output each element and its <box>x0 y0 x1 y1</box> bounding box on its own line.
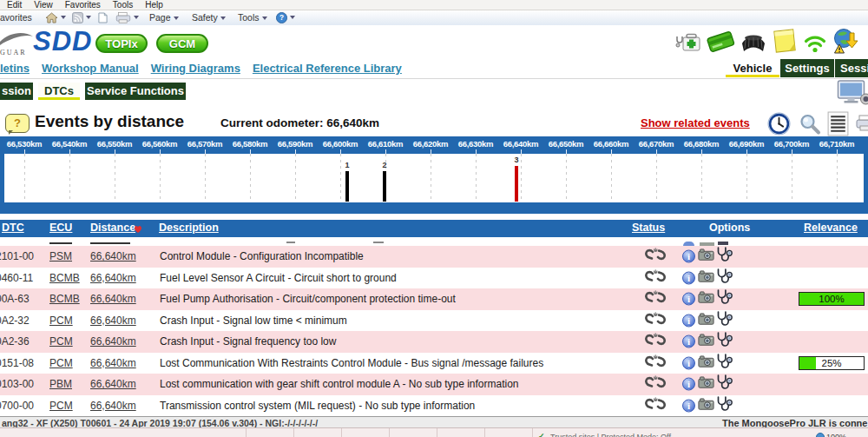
screenshot-monitor-icon[interactable] <box>835 80 868 106</box>
stethoscope-icon[interactable] <box>715 247 733 263</box>
help-icon[interactable] <box>276 11 297 23</box>
menu-favorites[interactable]: Favorites <box>65 0 101 10</box>
stethoscope-icon[interactable] <box>715 289 733 309</box>
broken-link-icon[interactable] <box>644 354 667 368</box>
menu-edit[interactable]: Edit <box>7 0 22 10</box>
broken-link-icon[interactable] <box>644 290 667 304</box>
col-relevance[interactable]: Relevance <box>804 222 858 234</box>
camera-icon[interactable] <box>698 270 714 282</box>
menu-view[interactable]: View <box>34 0 53 10</box>
search-icon[interactable] <box>799 113 821 136</box>
ecu-link[interactable]: BCMB <box>49 293 80 305</box>
gcm-button[interactable]: GCM <box>156 34 208 53</box>
distance-link[interactable]: 66,640km <box>90 250 136 262</box>
info-icon[interactable]: i <box>682 314 695 327</box>
broken-link-icon[interactable] <box>644 397 667 414</box>
topix-button[interactable]: TOPIx <box>95 34 148 53</box>
info-icon[interactable]: i <box>682 378 695 391</box>
camera-icon[interactable] <box>698 398 714 410</box>
camera-icon[interactable] <box>698 291 714 303</box>
col-ecu[interactable]: ECU <box>49 222 72 234</box>
broken-link-icon[interactable] <box>644 333 667 347</box>
diagnostics-kit-icon[interactable] <box>675 31 701 54</box>
print-report-icon[interactable] <box>856 114 868 131</box>
ecu-link[interactable]: PSM <box>49 250 72 262</box>
broken-link-icon[interactable] <box>644 269 667 287</box>
stethoscope-icon[interactable] <box>715 268 733 288</box>
stethoscope-icon[interactable] <box>715 332 733 352</box>
ecu-link[interactable]: PBM <box>49 378 72 390</box>
info-icon[interactable]: i <box>682 335 695 348</box>
col-distance[interactable]: Distance <box>90 222 135 234</box>
favorites-bar-label[interactable]: avorites <box>0 12 32 23</box>
camera-icon[interactable] <box>698 313 714 325</box>
broken-link-icon[interactable] <box>644 375 667 389</box>
camera-icon[interactable] <box>698 376 714 392</box>
zoom-level[interactable]: 100% <box>826 433 846 437</box>
col-description[interactable]: Description <box>159 222 219 234</box>
info-icon[interactable]: i <box>682 293 695 306</box>
event-marker[interactable] <box>383 171 386 202</box>
feed-icon[interactable] <box>72 11 93 23</box>
events-timeline[interactable]: 123 <box>0 154 868 202</box>
tab-vehicle[interactable]: Vehicle <box>726 59 779 77</box>
stethoscope-icon[interactable] <box>715 353 733 373</box>
info-icon[interactable]: i <box>682 356 695 369</box>
camera-icon[interactable] <box>698 313 714 328</box>
stethoscope-icon[interactable] <box>715 268 733 284</box>
event-marker[interactable] <box>515 166 518 202</box>
distance-link[interactable]: 66,640km <box>90 378 136 390</box>
ecu-link[interactable]: PCM <box>49 400 73 412</box>
link-electrical-reference-library[interactable]: Electrical Reference Library <box>253 62 402 75</box>
camera-icon[interactable] <box>698 334 714 346</box>
ecu-link[interactable]: PCM <box>49 335 73 348</box>
green-card-icon[interactable] <box>706 28 735 54</box>
stethoscope-icon[interactable] <box>715 247 733 267</box>
bellows-icon[interactable] <box>740 30 767 54</box>
camera-icon[interactable] <box>698 291 714 307</box>
stethoscope-icon[interactable] <box>715 332 733 348</box>
page-menu[interactable]: Page <box>149 12 181 23</box>
col-status[interactable]: Status <box>632 222 665 234</box>
stethoscope-icon[interactable] <box>715 310 733 330</box>
ecu-link[interactable]: PCM <box>49 357 73 369</box>
show-related-events-link[interactable]: Show related events <box>641 116 750 129</box>
timeline-scroll-track[interactable] <box>0 202 868 214</box>
camera-icon[interactable] <box>698 248 714 261</box>
broken-link-icon[interactable] <box>644 333 667 350</box>
camera-icon[interactable] <box>698 334 714 349</box>
broken-link-icon[interactable] <box>644 397 667 411</box>
camera-icon[interactable] <box>698 376 714 388</box>
info-icon[interactable]: i <box>682 250 695 263</box>
broken-link-icon[interactable] <box>644 269 667 283</box>
home-icon[interactable] <box>45 11 68 23</box>
broken-link-icon[interactable] <box>644 312 667 329</box>
link-wiring-diagrams[interactable]: Wiring Diagrams <box>151 62 240 75</box>
broken-link-icon[interactable] <box>644 354 667 372</box>
safety-menu[interactable]: Safety <box>192 12 227 23</box>
stethoscope-icon[interactable] <box>715 353 733 369</box>
history-clock-icon[interactable] <box>767 112 791 136</box>
menu-help[interactable]: Help <box>145 0 163 10</box>
nav-tab-dtcs[interactable]: DTCs <box>38 83 80 100</box>
stethoscope-icon[interactable] <box>715 289 733 306</box>
menu-tools[interactable]: Tools <box>113 0 133 10</box>
stethoscope-icon[interactable] <box>715 310 733 327</box>
broken-link-icon[interactable] <box>644 375 667 393</box>
col-dtc[interactable]: DTC <box>2 222 24 234</box>
nav-tab-service-functions[interactable]: Service Functions <box>85 83 186 100</box>
camera-icon[interactable] <box>698 398 714 414</box>
distance-link[interactable]: 66,640km <box>90 293 136 305</box>
link-workshop-manual[interactable]: Workshop Manual <box>42 62 139 75</box>
info-icon[interactable]: i <box>682 399 695 412</box>
broken-link-icon[interactable] <box>644 290 667 308</box>
camera-icon[interactable] <box>698 355 714 371</box>
nav-tab-session[interactable]: ssion <box>0 83 33 100</box>
read-mail-icon[interactable] <box>98 11 108 23</box>
distance-link[interactable]: 66,640km <box>90 335 136 348</box>
notes-icon[interactable] <box>772 28 798 54</box>
stethoscope-icon[interactable] <box>715 374 733 394</box>
distance-link[interactable]: 66,640km <box>90 400 136 412</box>
broken-link-icon[interactable] <box>644 248 667 265</box>
tab-settings[interactable]: Settings <box>780 59 834 77</box>
